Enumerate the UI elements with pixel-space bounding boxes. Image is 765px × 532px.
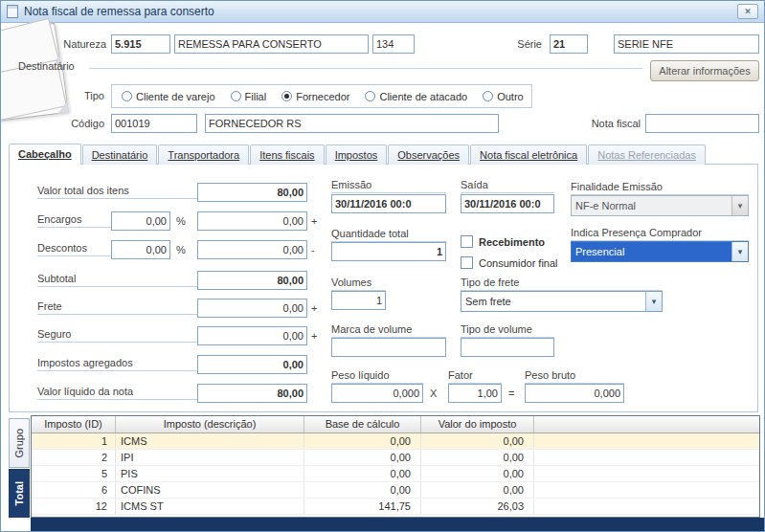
table-row[interactable]: 5 PIS 0,00 0,00 bbox=[32, 466, 759, 482]
cell-filler bbox=[534, 499, 759, 514]
quantidade-total-field[interactable]: 1 bbox=[331, 242, 446, 261]
presenca-comprador-dropdown[interactable]: Presencial ▾ bbox=[571, 241, 749, 262]
volumes-field[interactable]: 1 bbox=[331, 291, 386, 310]
quantidade-total-label: Quantidade total bbox=[331, 228, 446, 242]
impostos-agregados-field[interactable]: 0,00 bbox=[197, 355, 307, 374]
chevron-down-icon[interactable]: ▾ bbox=[731, 196, 748, 215]
natureza-code-field[interactable]: 5.915 bbox=[111, 34, 170, 54]
radio-selected-icon bbox=[281, 91, 292, 101]
table-row[interactable]: 2 IPI 0,00 0,00 bbox=[32, 450, 759, 466]
saida-label: Saída bbox=[461, 179, 554, 193]
encargos-valor-field[interactable]: 0,00 bbox=[197, 211, 307, 231]
seguro-field[interactable]: 0,00 bbox=[197, 326, 307, 345]
chevron-down-icon[interactable]: ▾ bbox=[645, 292, 662, 311]
serie-desc-field[interactable]: SERIE NFE bbox=[614, 34, 759, 54]
percent-symbol: % bbox=[176, 244, 186, 255]
radio-icon bbox=[483, 91, 493, 101]
descontos-valor-field[interactable]: 0,00 bbox=[197, 240, 307, 259]
equals-symbol: = bbox=[508, 388, 514, 399]
close-button[interactable]: ✕ bbox=[737, 4, 758, 19]
codigo-field[interactable]: 001019 bbox=[111, 114, 197, 133]
vtab-grupo[interactable]: Grupo bbox=[9, 418, 30, 468]
codigo-label: Código bbox=[56, 118, 104, 129]
emissao-label: Emissão bbox=[331, 179, 446, 193]
table-row[interactable]: 6 COFINS 0,00 0,00 bbox=[32, 482, 759, 499]
tab-destinatario[interactable]: Destinatário bbox=[82, 144, 158, 165]
table-row[interactable]: 12 ICMS ST 141,75 26,03 bbox=[32, 499, 759, 515]
table-row[interactable]: 1 ICMS 0,00 0,00 bbox=[32, 433, 759, 450]
alterar-informacoes-button[interactable]: Alterar informações bbox=[650, 60, 759, 81]
encargos-pct-field[interactable]: 0,00 bbox=[111, 211, 170, 231]
tab-label: Transportadora bbox=[168, 149, 239, 161]
tab-transportadora[interactable]: Transportadora bbox=[158, 144, 249, 165]
seguro-label: Seguro bbox=[37, 328, 197, 343]
cell-base-calculo: 0,00 bbox=[304, 466, 421, 481]
subtotal-label: Subtotal bbox=[37, 273, 197, 287]
valor-total-field[interactable]: 80,00 bbox=[197, 183, 307, 202]
cell-imposto-descricao: ICMS bbox=[116, 433, 304, 449]
finalidade-dropdown[interactable]: NF-e Normal ▾ bbox=[571, 195, 749, 216]
serie-code-field[interactable]: 21 bbox=[550, 34, 588, 54]
tab-label: Observações bbox=[397, 149, 460, 161]
cell-imposto-id: 12 bbox=[32, 499, 116, 514]
cell-imposto-id: 6 bbox=[32, 482, 116, 498]
section-divider bbox=[89, 68, 642, 69]
descontos-pct-field[interactable]: 0,00 bbox=[111, 240, 170, 259]
natureza-desc-field[interactable]: REMESSA PARA CONSERTO bbox=[174, 34, 369, 54]
radio-filial[interactable]: Filial bbox=[231, 91, 267, 102]
tab-label: Destinatário bbox=[92, 149, 148, 161]
cell-base-calculo: 0,00 bbox=[304, 450, 421, 465]
column-header-imposto-id[interactable]: Imposto (ID) bbox=[32, 416, 116, 432]
tab-bar: Cabeçalho Destinatário Transportadora It… bbox=[9, 144, 707, 165]
natureza-cfop-field[interactable]: 134 bbox=[372, 34, 415, 54]
cell-imposto-id: 1 bbox=[32, 433, 116, 449]
tab-impostos[interactable]: Impostos bbox=[326, 144, 388, 165]
descontos-label: Descontos bbox=[37, 242, 111, 256]
radio-cliente-varejo[interactable]: Cliente de varejo bbox=[122, 91, 215, 102]
marca-volume-field[interactable] bbox=[331, 338, 446, 357]
impostos-agregados-label: Impostos agregados bbox=[37, 357, 197, 371]
tab-itens-fiscais[interactable]: Itens fiscais bbox=[250, 144, 324, 165]
cell-imposto-descricao: IPI bbox=[116, 450, 304, 465]
grid-header-row: Imposto (ID) Imposto (descrição) Base de… bbox=[32, 416, 759, 433]
valor-liquido-field[interactable]: 80,00 bbox=[197, 384, 307, 403]
tab-observacoes[interactable]: Observações bbox=[388, 144, 469, 165]
tipo-frete-dropdown[interactable]: Sem frete ▾ bbox=[461, 291, 663, 312]
subtotal-field[interactable]: 80,00 bbox=[197, 271, 307, 290]
saida-field[interactable]: 30/11/2016 00:0 bbox=[461, 194, 554, 213]
radio-fornecedor[interactable]: Fornecedor bbox=[281, 91, 349, 102]
peso-bruto-field[interactable]: 0,000 bbox=[525, 384, 624, 403]
radio-label: Filial bbox=[245, 91, 267, 102]
chevron-down-icon[interactable]: ▾ bbox=[731, 242, 748, 261]
minus-symbol: - bbox=[311, 244, 315, 255]
emissao-field[interactable]: 30/11/2016 00:0 bbox=[331, 194, 446, 213]
consumidor-final-checkbox[interactable] bbox=[461, 256, 473, 269]
codigo-desc-field[interactable]: FORNECEDOR RS bbox=[205, 114, 499, 133]
radio-cliente-atacado[interactable]: Cliente de atacado bbox=[365, 91, 467, 102]
frete-field[interactable]: 0,00 bbox=[197, 299, 307, 318]
nota-fiscal-field[interactable] bbox=[645, 114, 759, 133]
cell-filler bbox=[534, 450, 759, 465]
radio-outro[interactable]: Outro bbox=[483, 91, 524, 102]
peso-liquido-label: Peso líquido bbox=[331, 369, 423, 384]
tab-nota-fiscal-eletronica[interactable]: Nota fiscal eletrônica bbox=[470, 144, 587, 165]
column-header-base-calculo[interactable]: Base de cálculo bbox=[304, 416, 421, 432]
radio-label: Outro bbox=[497, 91, 524, 102]
tipo-radio-group: Cliente de varejo Filial Fornecedor Clie… bbox=[111, 84, 532, 108]
tab-cabecalho[interactable]: Cabeçalho bbox=[9, 144, 81, 165]
radio-icon bbox=[365, 91, 375, 101]
cell-imposto-id: 5 bbox=[32, 466, 116, 481]
cell-base-calculo: 0,00 bbox=[304, 433, 421, 449]
peso-liquido-field[interactable]: 0,000 bbox=[331, 384, 423, 403]
vtab-total[interactable]: Total bbox=[9, 469, 30, 518]
column-header-imposto-descricao[interactable]: Imposto (descrição) bbox=[116, 416, 304, 432]
cell-filler bbox=[534, 433, 759, 449]
column-header-valor-imposto[interactable]: Valor do imposto bbox=[421, 416, 534, 432]
dropdown-value: Presencial bbox=[572, 242, 731, 261]
impostos-grid: Imposto (ID) Imposto (descrição) Base de… bbox=[31, 415, 760, 518]
tipo-volume-field[interactable] bbox=[461, 338, 554, 357]
fator-field[interactable]: 1,00 bbox=[448, 384, 502, 403]
recebimento-checkbox[interactable] bbox=[461, 235, 473, 248]
valor-total-label: Valor total dos itens bbox=[37, 185, 197, 199]
encargos-label: Encargos bbox=[37, 213, 111, 228]
